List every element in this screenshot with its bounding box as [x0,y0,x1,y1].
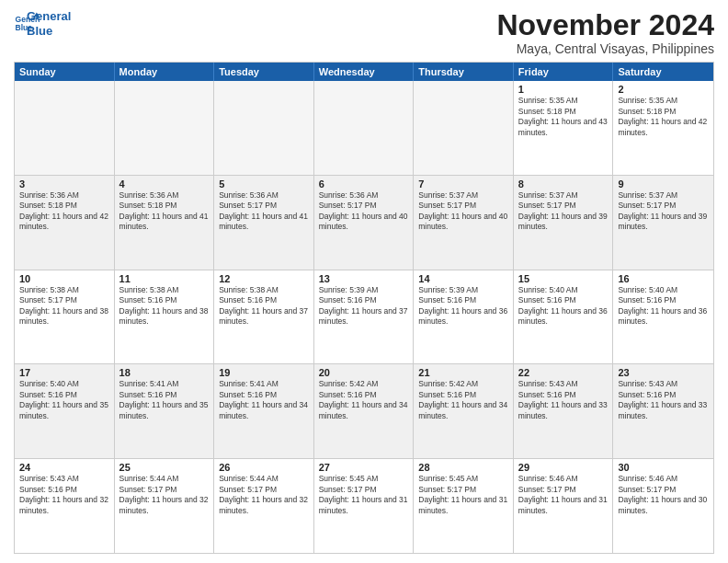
calendar-cell: 19Sunrise: 5:41 AMSunset: 5:16 PMDayligh… [214,364,314,458]
cell-info: Sunrise: 5:36 AMSunset: 5:17 PMDaylight:… [219,190,309,233]
day-number: 2 [618,84,709,95]
calendar-cell: 21Sunrise: 5:42 AMSunset: 5:16 PMDayligh… [414,364,514,458]
day-number: 14 [418,273,508,284]
cell-info: Sunrise: 5:40 AMSunset: 5:16 PMDaylight:… [518,285,609,327]
calendar-cell: 8Sunrise: 5:37 AMSunset: 5:17 PMDaylight… [514,176,614,270]
logo: General Blue General Blue [14,9,71,38]
cell-info: Sunrise: 5:45 AMSunset: 5:17 PMDaylight:… [418,474,508,516]
cell-info: Sunrise: 5:39 AMSunset: 5:16 PMDaylight:… [319,285,409,327]
cell-info: Sunrise: 5:35 AMSunset: 5:18 PMDaylight:… [518,96,609,138]
calendar-cell: 6Sunrise: 5:36 AMSunset: 5:17 PMDaylight… [314,176,415,270]
cell-info: Sunrise: 5:41 AMSunset: 5:16 PMDaylight:… [219,379,309,421]
day-number: 27 [319,462,409,473]
header-cell-thursday: Thursday [414,63,514,81]
calendar-cell: 25Sunrise: 5:44 AMSunset: 5:17 PMDayligh… [115,459,215,553]
cell-info: Sunrise: 5:46 AMSunset: 5:17 PMDaylight:… [618,474,709,516]
calendar-cell: 14Sunrise: 5:39 AMSunset: 5:16 PMDayligh… [414,270,514,364]
calendar-row-1: 1Sunrise: 5:35 AMSunset: 5:18 PMDaylight… [15,81,713,176]
cell-info: Sunrise: 5:36 AMSunset: 5:18 PMDaylight:… [119,190,210,233]
calendar-cell: 18Sunrise: 5:41 AMSunset: 5:16 PMDayligh… [115,364,215,458]
cell-info: Sunrise: 5:45 AMSunset: 5:17 PMDaylight:… [319,474,409,516]
calendar-cell: 23Sunrise: 5:43 AMSunset: 5:16 PMDayligh… [613,364,713,458]
cell-info: Sunrise: 5:42 AMSunset: 5:16 PMDaylight:… [319,379,409,421]
calendar-cell: 11Sunrise: 5:38 AMSunset: 5:16 PMDayligh… [115,270,215,364]
day-number: 1 [518,84,609,95]
cell-info: Sunrise: 5:35 AMSunset: 5:18 PMDaylight:… [618,96,709,138]
calendar-cell [314,81,415,175]
header-cell-sunday: Sunday [15,63,115,81]
day-number: 4 [119,178,210,190]
cell-info: Sunrise: 5:43 AMSunset: 5:16 PMDaylight:… [618,379,709,421]
cell-info: Sunrise: 5:44 AMSunset: 5:17 PMDaylight:… [119,474,210,516]
day-number: 11 [119,273,210,284]
day-number: 23 [618,367,709,378]
header-cell-wednesday: Wednesday [314,63,415,81]
cell-info: Sunrise: 5:37 AMSunset: 5:17 PMDaylight:… [618,190,709,233]
logo-line1: General [27,9,71,24]
calendar-cell: 13Sunrise: 5:39 AMSunset: 5:16 PMDayligh… [314,270,415,364]
day-number: 15 [518,273,609,284]
day-number: 25 [119,462,210,473]
logo-line2: Blue [27,24,71,39]
cell-info: Sunrise: 5:43 AMSunset: 5:16 PMDaylight:… [518,379,609,421]
calendar-cell: 12Sunrise: 5:38 AMSunset: 5:16 PMDayligh… [214,270,314,364]
day-number: 21 [418,367,508,378]
title-block: November 2024 Maya, Central Visayas, Phi… [496,9,714,56]
cell-info: Sunrise: 5:36 AMSunset: 5:17 PMDaylight:… [319,190,409,233]
calendar-cell [414,81,514,175]
day-number: 22 [518,367,609,378]
calendar-row-4: 17Sunrise: 5:40 AMSunset: 5:16 PMDayligh… [15,364,713,459]
day-number: 24 [19,462,109,473]
calendar-cell: 29Sunrise: 5:46 AMSunset: 5:17 PMDayligh… [514,459,614,553]
cell-info: Sunrise: 5:41 AMSunset: 5:16 PMDaylight:… [119,379,210,421]
calendar-cell: 28Sunrise: 5:45 AMSunset: 5:17 PMDayligh… [414,459,514,553]
cell-info: Sunrise: 5:37 AMSunset: 5:17 PMDaylight:… [518,190,609,233]
day-number: 6 [319,178,409,190]
cell-info: Sunrise: 5:42 AMSunset: 5:16 PMDaylight:… [418,379,508,421]
day-number: 3 [19,178,109,190]
day-number: 7 [418,178,508,190]
day-number: 19 [219,367,309,378]
cell-info: Sunrise: 5:40 AMSunset: 5:16 PMDaylight:… [19,379,109,421]
cell-info: Sunrise: 5:46 AMSunset: 5:17 PMDaylight:… [518,474,609,516]
calendar-header: SundayMondayTuesdayWednesdayThursdayFrid… [15,63,713,81]
day-number: 20 [319,367,409,378]
calendar-cell: 26Sunrise: 5:44 AMSunset: 5:17 PMDayligh… [214,459,314,553]
calendar-body: 1Sunrise: 5:35 AMSunset: 5:18 PMDaylight… [15,81,713,553]
calendar-cell [115,81,215,175]
cell-info: Sunrise: 5:40 AMSunset: 5:16 PMDaylight:… [618,285,709,327]
calendar-cell: 15Sunrise: 5:40 AMSunset: 5:16 PMDayligh… [514,270,614,364]
header-cell-monday: Monday [115,63,215,81]
calendar-row-5: 24Sunrise: 5:43 AMSunset: 5:16 PMDayligh… [15,459,713,553]
day-number: 18 [119,367,210,378]
calendar-cell: 27Sunrise: 5:45 AMSunset: 5:17 PMDayligh… [314,459,415,553]
calendar-cell [214,81,314,175]
calendar-cell: 30Sunrise: 5:46 AMSunset: 5:17 PMDayligh… [613,459,713,553]
header-cell-tuesday: Tuesday [214,63,314,81]
header-cell-friday: Friday [514,63,614,81]
day-number: 10 [19,273,109,284]
calendar-cell: 7Sunrise: 5:37 AMSunset: 5:17 PMDaylight… [414,176,514,270]
calendar-cell: 3Sunrise: 5:36 AMSunset: 5:18 PMDaylight… [15,176,115,270]
calendar-cell [15,81,115,175]
calendar-cell: 1Sunrise: 5:35 AMSunset: 5:18 PMDaylight… [514,81,614,175]
cell-info: Sunrise: 5:43 AMSunset: 5:16 PMDaylight:… [19,474,109,516]
day-number: 26 [219,462,309,473]
day-number: 29 [518,462,609,473]
cell-info: Sunrise: 5:38 AMSunset: 5:16 PMDaylight:… [219,285,309,327]
calendar-cell: 10Sunrise: 5:38 AMSunset: 5:17 PMDayligh… [15,270,115,364]
cell-info: Sunrise: 5:36 AMSunset: 5:18 PMDaylight:… [19,190,109,233]
calendar-cell: 22Sunrise: 5:43 AMSunset: 5:16 PMDayligh… [514,364,614,458]
day-number: 17 [19,367,109,378]
header: General Blue General Blue November 2024 … [14,9,714,56]
page: General Blue General Blue November 2024 … [0,0,728,563]
calendar-cell: 16Sunrise: 5:40 AMSunset: 5:16 PMDayligh… [613,270,713,364]
calendar: SundayMondayTuesdayWednesdayThursdayFrid… [14,62,714,554]
calendar-cell: 24Sunrise: 5:43 AMSunset: 5:16 PMDayligh… [15,459,115,553]
calendar-cell: 9Sunrise: 5:37 AMSunset: 5:17 PMDaylight… [613,176,713,270]
calendar-cell: 4Sunrise: 5:36 AMSunset: 5:18 PMDaylight… [115,176,215,270]
day-number: 5 [219,178,309,190]
day-number: 13 [319,273,409,284]
calendar-row-3: 10Sunrise: 5:38 AMSunset: 5:17 PMDayligh… [15,270,713,365]
cell-info: Sunrise: 5:38 AMSunset: 5:17 PMDaylight:… [19,285,109,327]
